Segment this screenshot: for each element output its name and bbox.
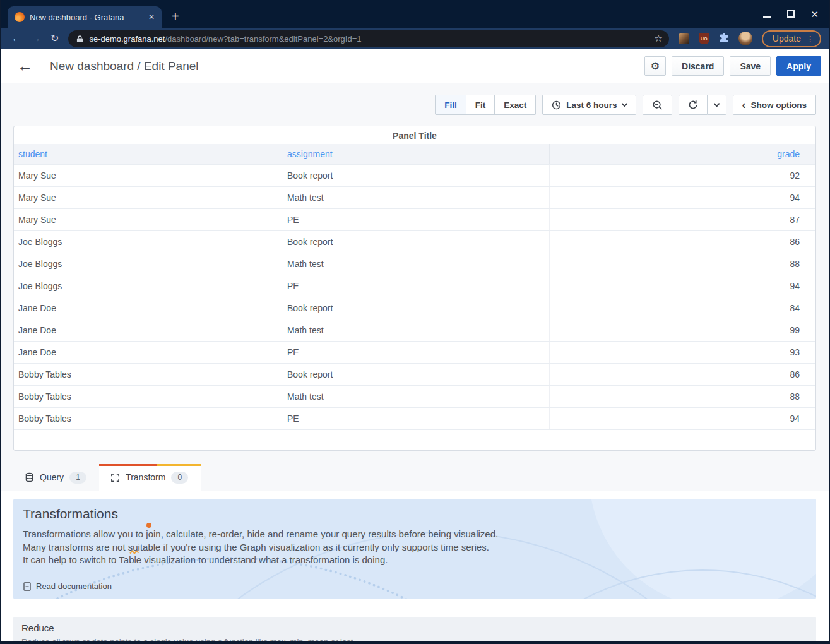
- assignment-cell: PE: [283, 209, 549, 230]
- extension-puzzle-icon[interactable]: [719, 33, 729, 44]
- browser-back-button[interactable]: ←: [11, 33, 21, 44]
- time-range-label: Last 6 hours: [566, 100, 617, 110]
- transform-icon: [110, 473, 120, 482]
- grade-cell: 99: [549, 319, 815, 341]
- new-tab-button[interactable]: +: [172, 10, 179, 23]
- table-body: Mary SueBook report92Mary SueMath test94…: [14, 165, 815, 430]
- tab-transform-label: Transform: [126, 472, 165, 482]
- student-cell: Jane Doe: [14, 342, 283, 363]
- database-icon: [25, 472, 34, 482]
- zoom-out-icon: [652, 100, 663, 110]
- column-header-assignment[interactable]: assignment: [283, 144, 549, 164]
- grade-cell: 92: [549, 165, 815, 186]
- transformations-description: Transformations allow you to join, calcu…: [23, 528, 816, 567]
- table-row: Jane DoeMath test99: [14, 319, 815, 342]
- fill-button[interactable]: Fill: [435, 95, 466, 115]
- save-button[interactable]: Save: [730, 56, 771, 76]
- chevron-down-icon: [713, 100, 720, 107]
- grade-cell: 88: [549, 386, 815, 407]
- grade-cell: 84: [549, 297, 815, 319]
- description-line: Many transforms are not suitable if you'…: [23, 541, 816, 554]
- column-header-student[interactable]: student: [14, 144, 283, 164]
- browser-forward-button: →: [31, 33, 41, 44]
- assignment-cell: PE: [283, 408, 549, 429]
- tab-close-icon[interactable]: ✕: [147, 11, 156, 23]
- update-button[interactable]: Update ⋮: [762, 30, 821, 47]
- maximize-button[interactable]: [787, 10, 795, 18]
- table-row: Bobby TablesPE94: [14, 408, 815, 430]
- transformation-option-reduce[interactable]: Reduce Reduce all rows or data points to…: [13, 617, 816, 641]
- gear-icon: ⚙: [651, 60, 660, 72]
- url-path: /dashboard/new?tab=transform&editPanel=2…: [165, 34, 361, 44]
- grade-cell: 86: [549, 364, 815, 385]
- table-row: Mary SueMath test94: [14, 187, 815, 209]
- table-row: Mary SuePE87: [14, 209, 815, 231]
- assignment-cell: PE: [283, 275, 549, 297]
- table-row: Jane DoePE93: [14, 342, 815, 364]
- refresh-button[interactable]: [679, 95, 708, 115]
- browser-menu-icon[interactable]: ⋮: [806, 34, 814, 44]
- table-row: Bobby TablesBook report86: [14, 364, 815, 386]
- read-documentation-link[interactable]: Read documentation: [23, 581, 112, 591]
- chevron-left-icon: ‹: [742, 99, 746, 110]
- tab-transform[interactable]: Transform 0: [99, 464, 201, 491]
- assignment-cell: Book report: [283, 297, 549, 319]
- apply-button[interactable]: Apply: [776, 56, 821, 76]
- refresh-interval-dropdown[interactable]: [708, 95, 726, 115]
- refresh-icon: [688, 100, 698, 110]
- extension-shield-icon[interactable]: UO: [699, 33, 709, 44]
- grade-cell: 88: [549, 253, 815, 275]
- grade-cell: 94: [549, 275, 815, 297]
- browser-window: New dashboard - Grafana ✕ + ✕ ← → ↻ se-d…: [0, 0, 830, 644]
- tab-query[interactable]: Query 1: [16, 464, 99, 491]
- edit-panel-page: Fill Fit Exact Last 6 hours ‹ Show opti: [1, 83, 829, 641]
- panel-settings-button[interactable]: ⚙: [644, 56, 666, 76]
- table-row: Joe BloggsBook report86: [14, 231, 815, 253]
- grafana-favicon-icon: [15, 12, 25, 22]
- panel-title[interactable]: Panel Title: [14, 126, 815, 144]
- profile-avatar[interactable]: [738, 32, 752, 45]
- page-title: New dashboard / Edit Panel: [50, 59, 644, 73]
- decor-orange-dot: [146, 523, 151, 528]
- grade-cell: 93: [549, 342, 815, 363]
- url-text[interactable]: se-demo.grafana.net/dashboard/new?tab=tr…: [89, 34, 648, 44]
- grade-cell: 94: [549, 187, 815, 208]
- close-button[interactable]: ✕: [810, 9, 819, 19]
- clock-icon: [552, 100, 561, 110]
- browser-tab-title: New dashboard - Grafana: [30, 13, 142, 22]
- table-row: Mary SueBook report92: [14, 165, 815, 187]
- exact-button[interactable]: Exact: [495, 95, 536, 115]
- bookmark-star-icon[interactable]: ☆: [654, 33, 662, 44]
- show-options-button[interactable]: ‹ Show options: [733, 95, 817, 115]
- student-cell: Jane Doe: [14, 297, 283, 319]
- reduce-description: Reduce all rows or data points to a sing…: [21, 637, 808, 641]
- browser-toolbar: ← → ↻ se-demo.grafana.net/dashboard/new?…: [1, 28, 829, 49]
- column-header-grade[interactable]: grade: [549, 144, 815, 164]
- zoom-out-button[interactable]: [643, 95, 672, 115]
- browser-reload-button[interactable]: ↻: [50, 33, 59, 44]
- table-row: Bobby TablesMath test88: [14, 386, 815, 408]
- student-cell: Joe Bloggs: [14, 231, 283, 253]
- update-label: Update: [773, 33, 801, 44]
- show-options-label: Show options: [751, 100, 807, 110]
- student-cell: Bobby Tables: [14, 408, 283, 429]
- read-documentation-label: Read documentation: [36, 581, 112, 591]
- browser-tab[interactable]: New dashboard - Grafana ✕: [8, 6, 162, 28]
- description-line: It can help to switch to Table visualiza…: [23, 554, 816, 567]
- url-domain: se-demo.grafana.net: [89, 34, 165, 44]
- back-arrow-button[interactable]: ←: [17, 58, 33, 74]
- transformations-info-card: Transformations Transformations allow yo…: [13, 499, 816, 599]
- fit-button[interactable]: Fit: [466, 95, 495, 115]
- window-controls: ✕: [763, 9, 819, 19]
- document-icon: [23, 582, 31, 591]
- tab-query-label: Query: [40, 472, 64, 482]
- grade-cell: 87: [549, 209, 815, 230]
- extension-photo-icon[interactable]: [679, 33, 689, 44]
- grafana-header: ← New dashboard / Edit Panel ⚙ Discard S…: [1, 49, 829, 83]
- url-bar[interactable]: se-demo.grafana.net/dashboard/new?tab=tr…: [68, 30, 668, 47]
- table-row: Jane DoeBook report84: [14, 297, 815, 319]
- discard-button[interactable]: Discard: [672, 56, 724, 76]
- table-header-row: student assignment grade: [14, 144, 815, 165]
- time-range-picker[interactable]: Last 6 hours: [542, 95, 636, 115]
- minimize-button[interactable]: [763, 16, 771, 18]
